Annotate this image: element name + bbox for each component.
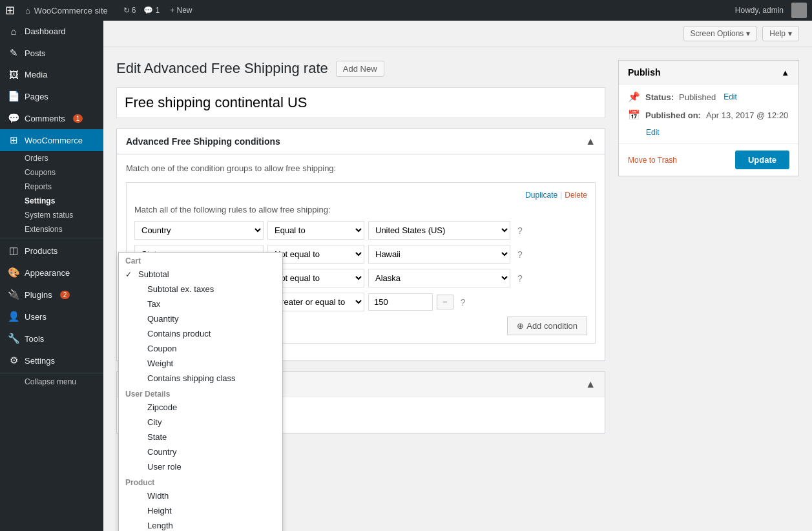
dropdown-item-zipcode[interactable]: Zipcode xyxy=(119,400,282,415)
sidebar-item-dashboard[interactable]: ⌂ Dashboard xyxy=(0,21,103,42)
dropdown-item-tax[interactable]: Tax xyxy=(119,297,282,311)
help-button[interactable]: Help ▾ xyxy=(762,26,799,41)
sidebar-item-pages[interactable]: 📄 Pages xyxy=(0,85,103,107)
dropdown-item-width[interactable]: Width xyxy=(119,488,282,503)
sidebar-item-appearance[interactable]: 🎨 Appearance xyxy=(0,262,103,284)
help-icon-2[interactable]: ? xyxy=(514,273,526,284)
comments-badge: 1 xyxy=(73,114,83,123)
tools-icon: 🔧 xyxy=(8,333,19,344)
avatar xyxy=(791,3,807,18)
dropdown-item-state[interactable]: State xyxy=(119,430,282,444)
metabox-toggle-icon[interactable]: ▲ xyxy=(585,136,596,147)
updates-icon[interactable]: ↻ 6 xyxy=(123,6,136,15)
dropdown-item-length[interactable]: Length xyxy=(119,518,282,531)
help-icon-0[interactable]: ? xyxy=(514,225,526,236)
status-icon: 📌 xyxy=(628,91,640,103)
sidebar-item-users[interactable]: 👤 Users xyxy=(0,306,103,328)
dropdown-item-height[interactable]: Height xyxy=(119,503,282,518)
sidebar-sub-coupons[interactable]: Coupons xyxy=(0,165,103,180)
publish-footer: Move to Trash Update xyxy=(619,143,798,176)
side-column: Publish ▲ 📌 Status: Published Edit 📅 Pub… xyxy=(618,60,799,444)
sidebar-sub-orders[interactable]: Orders xyxy=(0,151,103,165)
topbar: ⊞ ⌂ WooCommerce site ↻ 6 💬 1 + New Howdy… xyxy=(0,0,812,21)
dropdown-item-subtotal[interactable]: ✓ Subtotal xyxy=(119,267,282,282)
wp-logo[interactable]: ⊞ xyxy=(5,3,15,17)
status-label: Status: xyxy=(645,92,674,102)
operator-select-0[interactable]: Equal to xyxy=(267,221,364,240)
sidebar-item-products[interactable]: ◫ Products xyxy=(0,240,103,262)
dropdown-item-contains-product[interactable]: Contains product xyxy=(119,326,282,341)
publish-body: 📌 Status: Published Edit 📅 Published on:… xyxy=(619,85,798,143)
help-chevron-icon: ▾ xyxy=(788,29,792,38)
dropdown-item-subtotal-ex[interactable]: Subtotal ex. taxes xyxy=(119,282,282,297)
field-dropdown: Cart ✓ Subtotal Subtotal ex. taxes Tax Q… xyxy=(118,252,283,531)
add-new-button[interactable]: Add New xyxy=(336,61,384,77)
sidebar-sub-reports[interactable]: Reports xyxy=(0,180,103,194)
plugins-icon: 🔌 xyxy=(8,289,19,300)
screen-options-button[interactable]: Screen Options ▾ xyxy=(683,26,758,41)
plugins-badge: 2 xyxy=(60,291,70,299)
field-select-0[interactable]: Country xyxy=(134,221,264,240)
move-to-trash-link[interactable]: Move to Trash xyxy=(628,156,677,165)
delete-link[interactable]: Delete xyxy=(565,191,587,200)
products-icon: ◫ xyxy=(8,245,19,256)
check-icon: ✓ xyxy=(125,270,134,279)
value-select-2[interactable]: Alaska xyxy=(368,269,510,287)
sidebar-item-settings[interactable]: ⚙ Settings xyxy=(0,349,103,371)
sidebar-sub-system-status[interactable]: System status xyxy=(0,208,103,222)
duplicate-link[interactable]: Duplicate xyxy=(525,191,557,200)
comments-icon[interactable]: 💬 1 xyxy=(143,6,160,15)
product-group-label: Product xyxy=(119,474,282,488)
posts-icon: ✎ xyxy=(8,47,19,59)
group-match-text: Match all of the following rules to allo… xyxy=(134,205,587,214)
sidebar-item-media[interactable]: 🖼 Media xyxy=(0,64,103,85)
remove-condition-3[interactable]: − xyxy=(437,295,453,309)
publish-header[interactable]: Publish ▲ xyxy=(619,61,798,85)
sidebar-sub-settings[interactable]: Settings xyxy=(0,194,103,208)
status-edit-link[interactable]: Edit xyxy=(724,92,737,101)
value-input-3[interactable] xyxy=(368,293,433,311)
dropdown-item-contains-shipping[interactable]: Contains shipping class xyxy=(119,371,282,386)
cart-group-label: Cart xyxy=(119,253,282,267)
published-value: Apr 13, 2017 @ 12:20 xyxy=(706,110,788,120)
date-edit-link[interactable]: Edit xyxy=(646,128,660,137)
publish-toggle-icon[interactable]: ▲ xyxy=(781,68,789,78)
published-label: Published on: xyxy=(645,110,701,120)
add-condition-button[interactable]: ⊕ Add condition xyxy=(507,317,587,335)
collapse-menu[interactable]: Collapse menu xyxy=(0,375,103,389)
sidebar-item-posts[interactable]: ✎ Posts xyxy=(0,42,103,64)
value-select-0[interactable]: United States (US) xyxy=(368,221,510,240)
calendar-icon: 📅 xyxy=(628,109,640,121)
publish-box: Publish ▲ 📌 Status: Published Edit 📅 Pub… xyxy=(618,60,799,176)
page-title: Edit Advanced Free Shipping rate xyxy=(116,60,328,77)
top-action-bar: Screen Options ▾ Help ▾ xyxy=(103,21,812,47)
sidebar-item-tools[interactable]: 🔧 Tools xyxy=(0,328,103,349)
conditions-metabox-header[interactable]: Advanced Free Shipping conditions ▲ xyxy=(117,129,605,154)
value-select-1[interactable]: Hawaii xyxy=(368,245,510,264)
topbar-icons: ↻ 6 💬 1 + New xyxy=(123,6,193,15)
publish-status-row: 📌 Status: Published Edit xyxy=(628,91,789,103)
sidebar-item-comments[interactable]: 💬 Comments 1 xyxy=(0,107,103,129)
dropdown-item-user-role[interactable]: User role xyxy=(119,459,282,474)
help-icon-3[interactable]: ? xyxy=(457,297,469,307)
help-icon-1[interactable]: ? xyxy=(514,249,526,260)
plus-icon: ⊕ xyxy=(517,321,524,331)
sidebar-item-woocommerce[interactable]: ⊞ WooCommerce xyxy=(0,129,103,151)
dropdown-item-city[interactable]: City xyxy=(119,415,282,430)
update-button[interactable]: Update xyxy=(735,151,789,169)
dropdown-item-coupon[interactable]: Coupon xyxy=(119,341,282,356)
sidebar-sub-extensions[interactable]: Extensions xyxy=(0,222,103,236)
site-name[interactable]: ⌂ WooCommerce site xyxy=(25,6,108,16)
dropdown-item-country[interactable]: Country xyxy=(119,444,282,459)
sidebar-item-plugins[interactable]: 🔌 Plugins 2 xyxy=(0,284,103,306)
second-metabox-toggle-icon[interactable]: ▲ xyxy=(585,379,596,390)
users-icon: 👤 xyxy=(8,311,19,322)
new-menu[interactable]: + New xyxy=(170,6,192,15)
rate-name-input[interactable] xyxy=(116,87,605,118)
woocommerce-icon: ⊞ xyxy=(8,134,19,146)
user-group-label: User Details xyxy=(119,386,282,400)
howdy-text: Howdy, admin xyxy=(735,6,784,15)
dropdown-item-weight[interactable]: Weight xyxy=(119,356,282,371)
dropdown-item-quantity[interactable]: Quantity xyxy=(119,311,282,326)
publish-date-row: 📅 Published on: Apr 13, 2017 @ 12:20 xyxy=(628,109,789,121)
